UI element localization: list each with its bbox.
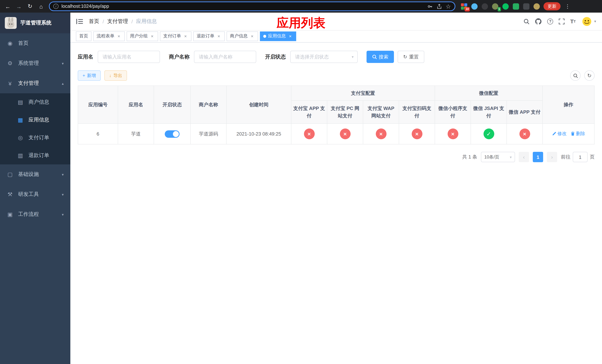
tab-refund-orders[interactable]: 退款订单 × <box>193 31 225 41</box>
merchant-name-input[interactable] <box>194 51 256 63</box>
font-size-icon[interactable]: TT <box>570 18 576 24</box>
sidebar-item-workflow[interactable]: ▣ 工作流程 ▾ <box>0 204 70 225</box>
fullscreen-icon[interactable] <box>559 18 565 24</box>
sidebar-item-pay-orders[interactable]: ◎ 支付订单 <box>0 129 70 147</box>
app-logo <box>5 17 17 29</box>
delete-button[interactable]: 删除 <box>570 131 585 137</box>
col-wx-mini: 微信小程序支付 <box>435 101 471 124</box>
active-dot <box>263 35 266 38</box>
site-info-icon[interactable]: i <box>53 4 58 9</box>
col-group-alipay: 支付宝配置 <box>291 86 435 101</box>
screen: ← → ↻ ⌂ i localhost:1024/pay/app ☆ 10 <box>0 0 602 364</box>
chevron-down-icon: ▾ <box>594 19 596 23</box>
extension-wechat-icon[interactable] <box>502 3 509 10</box>
gear-icon: ⚙ <box>7 60 13 67</box>
search-button[interactable]: 搜索 <box>366 51 394 63</box>
extension-dark-icon[interactable] <box>481 3 488 10</box>
sidebar-item-merchant-info[interactable]: ▤ 商户信息 <box>0 93 70 111</box>
app-logo-row[interactable]: 芋道管理系统 <box>0 13 70 33</box>
page-number-1[interactable]: 1 <box>533 152 543 162</box>
col-alipay-app: 支付宝 APP 支付 <box>291 101 327 124</box>
breadcrumb-home[interactable]: 首页 <box>89 18 99 25</box>
extension-emoji-icon[interactable] <box>533 3 540 10</box>
search-icon[interactable] <box>524 18 530 24</box>
edit-button[interactable]: 修改 <box>552 131 567 137</box>
forward-icon[interactable]: → <box>14 1 24 11</box>
tab-pay-orders[interactable]: 支付订单 × <box>160 31 191 41</box>
bookmark-star-icon[interactable]: ☆ <box>446 3 451 10</box>
sidebar-item-infrastructure[interactable]: ▢ 基础设施 ▾ <box>0 164 70 184</box>
tab-process-form[interactable]: 流程表单 × <box>93 31 125 41</box>
cross-icon: × <box>304 128 314 139</box>
export-button[interactable]: ↓ 导出 <box>104 70 127 81</box>
extension-green-icon[interactable] <box>512 3 519 10</box>
tab-merchant-info[interactable]: 商户信息 × <box>226 31 258 41</box>
col-open-status: 开启状态 <box>154 86 191 124</box>
extensions-area: 10 1 更新 ⋮ <box>461 2 571 10</box>
add-button[interactable]: + 新增 <box>78 70 101 81</box>
password-key-icon[interactable] <box>427 3 433 9</box>
sidebar-item-refund-orders[interactable]: ▥ 退款订单 <box>0 147 70 164</box>
home-icon[interactable]: ⌂ <box>36 1 46 11</box>
breadcrumb: 首页 / 支付管理 / 应用信息 <box>89 18 157 25</box>
url-text[interactable]: localhost:1024/pay/app <box>62 4 109 9</box>
table-row: 6 芋道 芋道源码 2021-10-23 08:49:25 × × × × × … <box>78 124 594 144</box>
goto-page-input[interactable] <box>573 152 588 162</box>
refresh-table-button[interactable]: ↻ <box>584 70 595 81</box>
close-icon[interactable]: × <box>150 33 155 39</box>
reload-icon[interactable]: ↻ <box>25 1 35 11</box>
prev-page-button[interactable]: ‹ <box>519 152 529 162</box>
extension-blue-icon[interactable] <box>471 3 478 10</box>
close-icon[interactable]: × <box>183 33 188 39</box>
extension-devtools-icon[interactable]: 10 <box>461 3 468 10</box>
extension-profile-icon[interactable]: 1 <box>492 3 499 10</box>
yen-icon: ¥ <box>7 80 13 86</box>
col-actions: 操作 <box>543 86 594 124</box>
pagination: 共 1 条 10条/页 ▾ ‹ 1 › 前往 页 <box>78 152 595 162</box>
close-icon[interactable]: × <box>249 33 255 39</box>
browser-menu-icon[interactable]: ⋮ <box>564 3 571 9</box>
sidebar-item-payment[interactable]: ¥ 支付管理 ▴ <box>0 73 70 93</box>
sidebar-item-dev-tools[interactable]: ⚒ 研发工具 ▾ <box>0 184 70 204</box>
back-icon[interactable]: ← <box>3 1 13 11</box>
extension-badge: 10 <box>465 7 470 11</box>
tab-home[interactable]: 首页 <box>76 31 91 41</box>
check-icon: ✓ <box>483 128 494 139</box>
sidebar-item-system[interactable]: ⚙ 系统管理 ▾ <box>0 53 70 73</box>
chevron-down-icon: ▾ <box>62 212 64 216</box>
cross-icon: × <box>447 128 458 139</box>
breadcrumb-section[interactable]: 支付管理 <box>107 18 128 25</box>
close-icon[interactable]: × <box>216 33 221 39</box>
tab-user-group[interactable]: 用户分组 × <box>127 31 158 41</box>
address-bar[interactable]: i localhost:1024/pay/app ☆ <box>49 1 455 11</box>
col-create-time: 创建时间 <box>226 86 291 124</box>
enabled-toggle[interactable] <box>165 130 180 138</box>
sidebar-item-home[interactable]: ◉ 首页 <box>0 33 70 53</box>
app-title: 芋道管理系统 <box>20 20 52 26</box>
sidebar-item-app-info[interactable]: ▦ 应用信息 <box>0 111 70 129</box>
next-page-button[interactable]: › <box>547 152 557 162</box>
col-group-wechat: 微信配置 <box>435 86 543 101</box>
toggle-search-button[interactable] <box>570 70 580 81</box>
card-icon: ▤ <box>17 99 24 106</box>
chrome-update-button[interactable]: 更新 <box>544 2 560 10</box>
collapse-sidebar-icon[interactable] <box>76 18 83 24</box>
close-icon[interactable]: × <box>288 33 293 39</box>
share-icon[interactable] <box>436 3 442 9</box>
open-status-select[interactable]: 请选择开启状态 ▾ <box>290 51 358 63</box>
reset-button[interactable]: ↻ 重置 <box>398 51 424 63</box>
col-alipay-wap: 支付宝 WAP 网站支付 <box>363 101 399 124</box>
page-size-select[interactable]: 10条/页 ▾ <box>481 152 515 162</box>
user-menu[interactable]: ▾ <box>581 16 596 27</box>
github-icon[interactable] <box>535 18 542 25</box>
top-navbar: 首页 / 支付管理 / 应用信息 ? TT <box>70 13 602 30</box>
workflow-icon: ▣ <box>7 211 13 218</box>
close-icon[interactable]: × <box>116 33 121 39</box>
chevron-down-icon: ▾ <box>62 172 64 176</box>
extension-puzzle-icon[interactable] <box>523 3 530 10</box>
cross-icon: × <box>376 128 386 139</box>
help-icon[interactable]: ? <box>547 18 553 24</box>
tab-app-info[interactable]: 应用信息 × <box>260 31 296 41</box>
sidebar: 芋道管理系统 ◉ 首页 ⚙ 系统管理 ▾ ¥ 支付管理 ▴ ▤ 商户信息 ▦ 应… <box>0 13 70 364</box>
app-name-input[interactable] <box>98 51 160 63</box>
